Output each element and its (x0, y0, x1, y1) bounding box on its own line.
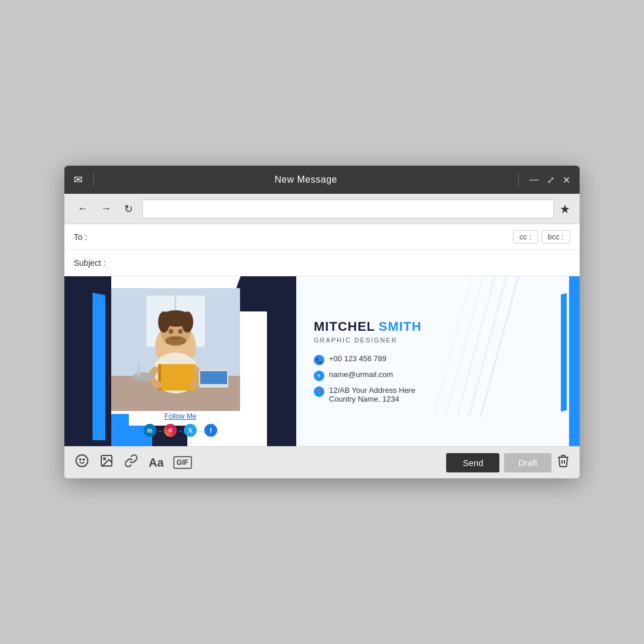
to-label: To : (74, 232, 109, 242)
svg-point-13 (165, 336, 186, 345)
maximize-button[interactable]: ⤢ (547, 174, 554, 186)
signature-card: Follow Me in -- ⊙ -- 𝕏 -- f (64, 276, 580, 446)
email-item: ✈ name@urmail.com (314, 370, 568, 381)
sig-left: Follow Me in -- ⊙ -- 𝕏 -- f (64, 276, 296, 446)
forward-button[interactable]: → (97, 200, 115, 217)
svg-point-22 (83, 459, 84, 460)
titlebar: ✉ New Message — ⤢ ✕ (64, 166, 580, 194)
linkedin-icon[interactable]: in (143, 424, 156, 437)
follow-section: Follow Me in -- ⊙ -- 𝕏 -- f (64, 412, 296, 437)
window-controls: — ⤢ ✕ (529, 174, 570, 186)
address-bar[interactable] (142, 200, 554, 218)
sig-right: MITCHEL SMITH GRAPHIC DESIGNER 📞 +00 123… (296, 276, 580, 446)
last-name: SMITH (379, 319, 422, 334)
cc-button[interactable]: cc : (513, 230, 537, 244)
bookmark-button[interactable]: ★ (560, 202, 570, 216)
minimize-button[interactable]: — (529, 174, 539, 185)
subject-row: Subject : (64, 250, 580, 276)
svg-point-10 (181, 311, 193, 333)
svg-point-11 (169, 329, 173, 334)
location-icon: 📍 (314, 386, 324, 397)
subject-label: Subject : (74, 258, 121, 268)
action-buttons: Send Draft (446, 453, 570, 472)
navbar: ← → ↻ ★ (64, 194, 580, 224)
to-input[interactable] (109, 232, 509, 242)
subject-input[interactable] (121, 258, 570, 268)
svg-rect-17 (138, 364, 140, 377)
instagram-icon[interactable]: ⊙ (164, 424, 177, 437)
to-row: To : cc : bcc : (64, 224, 580, 250)
bcc-button[interactable]: bcc : (542, 230, 570, 244)
email-icon: ✈ (314, 371, 324, 381)
facebook-icon[interactable]: f (204, 424, 217, 437)
phone-number: +00 123 456 789 (329, 354, 386, 363)
right-strip-1 (569, 276, 580, 446)
twitter-icon[interactable]: 𝕏 (184, 424, 197, 437)
link-button[interactable] (123, 453, 139, 472)
titlebar-divider-left (93, 173, 94, 187)
delete-button[interactable] (556, 454, 570, 471)
first-name: MITCHEL (314, 319, 375, 334)
address-item: 📍 12/AB Your Address Here Country Name, … (314, 386, 568, 403)
contact-info: 📞 +00 123 456 789 ✈ name@urmail.com 📍 12… (314, 354, 568, 403)
social-links: in -- ⊙ -- 𝕏 -- f (143, 424, 217, 437)
email-address: name@urmail.com (329, 370, 393, 379)
svg-point-16 (133, 372, 154, 382)
close-button[interactable]: ✕ (563, 174, 570, 186)
svg-point-9 (158, 311, 170, 333)
emoji-button[interactable] (74, 453, 90, 472)
svg-point-24 (104, 458, 105, 460)
compose-area: To : cc : bcc : Subject : (64, 224, 580, 276)
back-button[interactable]: ← (74, 200, 91, 217)
svg-point-20 (76, 455, 88, 467)
phone-item: 📞 +00 123 456 789 (314, 354, 568, 365)
window-title: New Message (104, 174, 508, 185)
font-button[interactable]: Aa (148, 455, 165, 471)
refresh-button[interactable]: ↻ (121, 200, 136, 218)
address-line1: 12/AB Your Address Here (329, 386, 415, 395)
profile-photo (111, 288, 240, 411)
follow-label: Follow Me (165, 412, 197, 420)
titlebar-divider-right (518, 173, 519, 187)
compose-toolbar: Aa GIF Send Draft (64, 446, 580, 478)
image-button[interactable] (98, 453, 115, 472)
address-line2: Country Name, 1234 (329, 395, 415, 403)
svg-point-21 (80, 459, 81, 460)
draft-button[interactable]: Draft (504, 453, 551, 472)
email-window: ✉ New Message — ⤢ ✕ ← → ↻ ★ To : cc : bc… (64, 166, 580, 478)
mail-icon: ✉ (74, 173, 83, 186)
job-title: GRAPHIC DESIGNER (314, 337, 568, 344)
send-button[interactable]: Send (446, 453, 499, 472)
phone-icon: 📞 (314, 355, 324, 365)
svg-point-12 (178, 329, 183, 334)
signature-area: Follow Me in -- ⊙ -- 𝕏 -- f (64, 276, 580, 446)
gif-button[interactable]: GIF (173, 456, 192, 469)
svg-rect-19 (200, 371, 227, 384)
sig-name: MITCHEL SMITH (314, 319, 568, 334)
